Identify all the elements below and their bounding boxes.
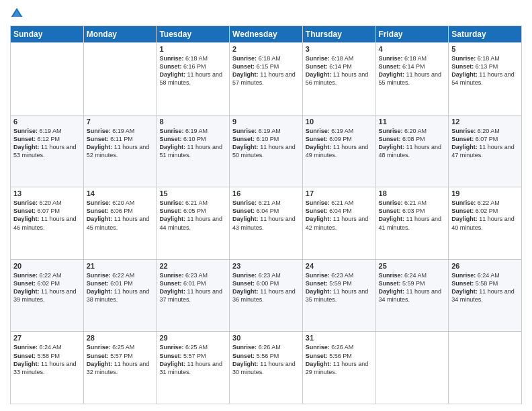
day-info: Sunrise: 6:23 AMSunset: 5:59 PMDaylight:… bbox=[306, 271, 373, 304]
day-number: 2 bbox=[232, 45, 300, 53]
day-info: Sunrise: 6:26 AMSunset: 5:56 PMDaylight:… bbox=[232, 343, 300, 376]
day-number: 26 bbox=[451, 262, 519, 270]
day-number: 8 bbox=[159, 118, 226, 126]
calendar-cell bbox=[83, 43, 157, 116]
calendar-header-tuesday: Tuesday bbox=[157, 26, 230, 43]
calendar-cell: 31Sunrise: 6:26 AMSunset: 5:56 PMDayligh… bbox=[302, 332, 375, 404]
day-number: 3 bbox=[306, 45, 373, 53]
day-info: Sunrise: 6:18 AMSunset: 6:16 PMDaylight:… bbox=[159, 54, 226, 87]
day-info: Sunrise: 6:22 AMSunset: 6:01 PMDaylight:… bbox=[87, 271, 154, 304]
calendar-cell: 13Sunrise: 6:20 AMSunset: 6:07 PMDayligh… bbox=[11, 187, 84, 260]
calendar-cell: 2Sunrise: 6:18 AMSunset: 6:15 PMDaylight… bbox=[230, 43, 303, 116]
day-number: 12 bbox=[451, 118, 519, 126]
day-number: 30 bbox=[232, 334, 300, 342]
calendar-cell: 20Sunrise: 6:22 AMSunset: 6:02 PMDayligh… bbox=[11, 259, 84, 332]
day-info: Sunrise: 6:18 AMSunset: 6:14 PMDaylight:… bbox=[379, 54, 446, 87]
day-number: 14 bbox=[87, 189, 154, 197]
header bbox=[10, 7, 522, 20]
day-info: Sunrise: 6:21 AMSunset: 6:04 PMDaylight:… bbox=[232, 199, 300, 232]
calendar-cell: 23Sunrise: 6:23 AMSunset: 6:00 PMDayligh… bbox=[230, 259, 303, 332]
day-info: Sunrise: 6:20 AMSunset: 6:06 PMDaylight:… bbox=[87, 199, 154, 232]
calendar-header-wednesday: Wednesday bbox=[230, 26, 303, 43]
calendar-cell: 12Sunrise: 6:20 AMSunset: 6:07 PMDayligh… bbox=[449, 115, 522, 187]
logo bbox=[10, 7, 26, 20]
day-info: Sunrise: 6:21 AMSunset: 6:03 PMDaylight:… bbox=[379, 199, 446, 232]
day-number: 13 bbox=[13, 189, 81, 197]
calendar-cell: 25Sunrise: 6:24 AMSunset: 5:59 PMDayligh… bbox=[375, 259, 449, 332]
calendar-cell: 28Sunrise: 6:25 AMSunset: 5:57 PMDayligh… bbox=[83, 332, 157, 404]
calendar-cell: 24Sunrise: 6:23 AMSunset: 5:59 PMDayligh… bbox=[302, 259, 375, 332]
day-info: Sunrise: 6:26 AMSunset: 5:56 PMDaylight:… bbox=[306, 343, 373, 376]
calendar-cell: 26Sunrise: 6:24 AMSunset: 5:58 PMDayligh… bbox=[449, 259, 522, 332]
calendar-cell: 3Sunrise: 6:18 AMSunset: 6:14 PMDaylight… bbox=[302, 43, 375, 116]
calendar-week-4: 20Sunrise: 6:22 AMSunset: 6:02 PMDayligh… bbox=[11, 259, 522, 332]
day-info: Sunrise: 6:22 AMSunset: 6:02 PMDaylight:… bbox=[451, 199, 519, 232]
day-info: Sunrise: 6:19 AMSunset: 6:10 PMDaylight:… bbox=[232, 127, 300, 160]
calendar-week-5: 27Sunrise: 6:24 AMSunset: 5:58 PMDayligh… bbox=[11, 332, 522, 404]
calendar-cell: 8Sunrise: 6:19 AMSunset: 6:10 PMDaylight… bbox=[157, 115, 230, 187]
day-info: Sunrise: 6:21 AMSunset: 6:05 PMDaylight:… bbox=[159, 199, 226, 232]
day-info: Sunrise: 6:24 AMSunset: 5:59 PMDaylight:… bbox=[379, 271, 446, 304]
day-info: Sunrise: 6:23 AMSunset: 6:01 PMDaylight:… bbox=[159, 271, 226, 304]
calendar-cell: 10Sunrise: 6:19 AMSunset: 6:09 PMDayligh… bbox=[302, 115, 375, 187]
day-number: 18 bbox=[379, 189, 446, 197]
calendar-cell: 18Sunrise: 6:21 AMSunset: 6:03 PMDayligh… bbox=[375, 187, 449, 260]
day-info: Sunrise: 6:19 AMSunset: 6:09 PMDaylight:… bbox=[306, 127, 373, 160]
day-info: Sunrise: 6:25 AMSunset: 5:57 PMDaylight:… bbox=[159, 343, 226, 376]
day-number: 15 bbox=[159, 189, 226, 197]
calendar-cell: 16Sunrise: 6:21 AMSunset: 6:04 PMDayligh… bbox=[230, 187, 303, 260]
calendar-cell: 19Sunrise: 6:22 AMSunset: 6:02 PMDayligh… bbox=[449, 187, 522, 260]
calendar-cell: 21Sunrise: 6:22 AMSunset: 6:01 PMDayligh… bbox=[83, 259, 157, 332]
day-number: 25 bbox=[379, 262, 446, 270]
day-info: Sunrise: 6:18 AMSunset: 6:15 PMDaylight:… bbox=[232, 54, 300, 87]
day-info: Sunrise: 6:22 AMSunset: 6:02 PMDaylight:… bbox=[13, 271, 81, 304]
day-number: 7 bbox=[87, 118, 154, 126]
calendar-cell: 30Sunrise: 6:26 AMSunset: 5:56 PMDayligh… bbox=[230, 332, 303, 404]
day-info: Sunrise: 6:19 AMSunset: 6:10 PMDaylight:… bbox=[159, 127, 226, 160]
day-number: 21 bbox=[87, 262, 154, 270]
day-info: Sunrise: 6:20 AMSunset: 6:07 PMDaylight:… bbox=[13, 199, 81, 232]
day-number: 16 bbox=[232, 189, 300, 197]
calendar-header-saturday: Saturday bbox=[449, 26, 522, 43]
day-info: Sunrise: 6:20 AMSunset: 6:08 PMDaylight:… bbox=[379, 127, 446, 160]
day-info: Sunrise: 6:25 AMSunset: 5:57 PMDaylight:… bbox=[87, 343, 154, 376]
logo-icon bbox=[10, 7, 24, 20]
day-info: Sunrise: 6:19 AMSunset: 6:12 PMDaylight:… bbox=[13, 127, 81, 160]
calendar-cell: 27Sunrise: 6:24 AMSunset: 5:58 PMDayligh… bbox=[11, 332, 84, 404]
day-info: Sunrise: 6:19 AMSunset: 6:11 PMDaylight:… bbox=[87, 127, 154, 160]
calendar-table: SundayMondayTuesdayWednesdayThursdayFrid… bbox=[10, 26, 522, 404]
calendar-header-friday: Friday bbox=[375, 26, 449, 43]
day-number: 23 bbox=[232, 262, 300, 270]
calendar-cell: 29Sunrise: 6:25 AMSunset: 5:57 PMDayligh… bbox=[157, 332, 230, 404]
calendar-cell: 1Sunrise: 6:18 AMSunset: 6:16 PMDaylight… bbox=[157, 43, 230, 116]
calendar-cell: 22Sunrise: 6:23 AMSunset: 6:01 PMDayligh… bbox=[157, 259, 230, 332]
day-number: 9 bbox=[232, 118, 300, 126]
calendar-cell: 14Sunrise: 6:20 AMSunset: 6:06 PMDayligh… bbox=[83, 187, 157, 260]
calendar-header-row: SundayMondayTuesdayWednesdayThursdayFrid… bbox=[11, 26, 522, 43]
day-number: 22 bbox=[159, 262, 226, 270]
day-info: Sunrise: 6:20 AMSunset: 6:07 PMDaylight:… bbox=[451, 127, 519, 160]
calendar-header-sunday: Sunday bbox=[11, 26, 84, 43]
day-info: Sunrise: 6:24 AMSunset: 5:58 PMDaylight:… bbox=[13, 343, 81, 376]
calendar-week-2: 6Sunrise: 6:19 AMSunset: 6:12 PMDaylight… bbox=[11, 115, 522, 187]
day-number: 28 bbox=[87, 334, 154, 342]
calendar-week-3: 13Sunrise: 6:20 AMSunset: 6:07 PMDayligh… bbox=[11, 187, 522, 260]
calendar-cell: 4Sunrise: 6:18 AMSunset: 6:14 PMDaylight… bbox=[375, 43, 449, 116]
calendar-cell: 11Sunrise: 6:20 AMSunset: 6:08 PMDayligh… bbox=[375, 115, 449, 187]
day-info: Sunrise: 6:23 AMSunset: 6:00 PMDaylight:… bbox=[232, 271, 300, 304]
calendar-cell: 15Sunrise: 6:21 AMSunset: 6:05 PMDayligh… bbox=[157, 187, 230, 260]
calendar-cell bbox=[449, 332, 522, 404]
day-number: 27 bbox=[13, 334, 81, 342]
day-number: 1 bbox=[159, 45, 226, 53]
calendar-header-thursday: Thursday bbox=[302, 26, 375, 43]
page: SundayMondayTuesdayWednesdayThursdayFrid… bbox=[0, 0, 532, 411]
calendar-cell: 9Sunrise: 6:19 AMSunset: 6:10 PMDaylight… bbox=[230, 115, 303, 187]
calendar-cell bbox=[375, 332, 449, 404]
day-number: 19 bbox=[451, 189, 519, 197]
day-number: 5 bbox=[451, 45, 519, 53]
day-number: 11 bbox=[379, 118, 446, 126]
calendar-cell bbox=[11, 43, 84, 116]
calendar-cell: 6Sunrise: 6:19 AMSunset: 6:12 PMDaylight… bbox=[11, 115, 84, 187]
calendar-cell: 5Sunrise: 6:18 AMSunset: 6:13 PMDaylight… bbox=[449, 43, 522, 116]
day-info: Sunrise: 6:18 AMSunset: 6:13 PMDaylight:… bbox=[451, 54, 519, 87]
